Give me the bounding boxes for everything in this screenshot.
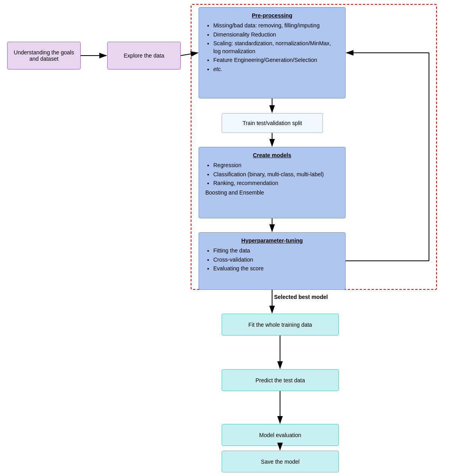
explore-box: Explore the data <box>107 42 181 69</box>
preprocessing-list: Missing/bad data: removing, filling/impu… <box>205 22 339 73</box>
create-models-list: Regression Classification (binary, multi… <box>205 162 339 187</box>
save-model-box: Save the model <box>222 451 339 472</box>
understanding-box: Understanding the goals and dataset <box>7 42 81 69</box>
train-test-split-box: Train test/validation split <box>222 113 323 133</box>
preprocessing-content: Pre-processing Missing/bad data: removin… <box>205 12 339 73</box>
preprocessing-box: Pre-processing Missing/bad data: removin… <box>199 7 346 98</box>
hyperparameter-box: Hyperparameter-tuning Fitting the data C… <box>199 232 346 290</box>
preprocessing-title: Pre-processing <box>205 12 339 19</box>
predict-test-label: Predict the test data <box>255 377 305 383</box>
preprocessing-item-1: Missing/bad data: removing, filling/impu… <box>213 22 339 30</box>
predict-test-box: Predict the test data <box>222 369 339 391</box>
preprocessing-item-5: etc. <box>213 66 339 73</box>
train-test-split-label: Train test/validation split <box>243 120 302 126</box>
preprocessing-item-2: Dimensionality Reduction <box>213 31 339 39</box>
understanding-label: Understanding the goals and dataset <box>12 49 76 62</box>
create-models-title: Create models <box>205 152 339 158</box>
explore-label: Explore the data <box>124 52 164 59</box>
hyperparameter-item-1: Fitting the data <box>213 247 339 255</box>
create-models-item-3: Ranking, recommendation <box>213 179 339 187</box>
hyperparameter-title: Hyperparameter-tuning <box>205 237 339 244</box>
hyperparameter-item-3: Evaluating the score <box>213 265 339 273</box>
create-models-box: Create models Regression Classification … <box>199 147 346 218</box>
selected-best-label: Selected best model <box>274 294 328 300</box>
fit-whole-box: Fit the whole training data <box>222 314 339 335</box>
hyperparameter-item-2: Cross-validation <box>213 256 339 264</box>
preprocessing-item-3: Scaling: standardization, normalization/… <box>213 40 339 55</box>
fit-whole-label: Fit the whole training data <box>248 322 312 328</box>
preprocessing-item-4: Feature Engineering/Generation/Selection <box>213 56 339 64</box>
hyperparameter-content: Hyperparameter-tuning Fitting the data C… <box>205 237 339 273</box>
create-models-extra: Boosting and Ensemble <box>205 189 339 196</box>
save-model-label: Save the model <box>261 459 299 465</box>
create-models-content: Create models Regression Classification … <box>205 152 339 196</box>
hyperparameter-list: Fitting the data Cross-validation Evalua… <box>205 247 339 273</box>
create-models-item-2: Classification (binary, multi-class, mul… <box>213 171 339 179</box>
diagram-container: Understanding the goals and dataset Expl… <box>0 0 454 476</box>
create-models-item-1: Regression <box>213 162 339 170</box>
model-eval-box: Model evaluation <box>222 424 339 446</box>
model-eval-label: Model evaluation <box>259 432 301 438</box>
